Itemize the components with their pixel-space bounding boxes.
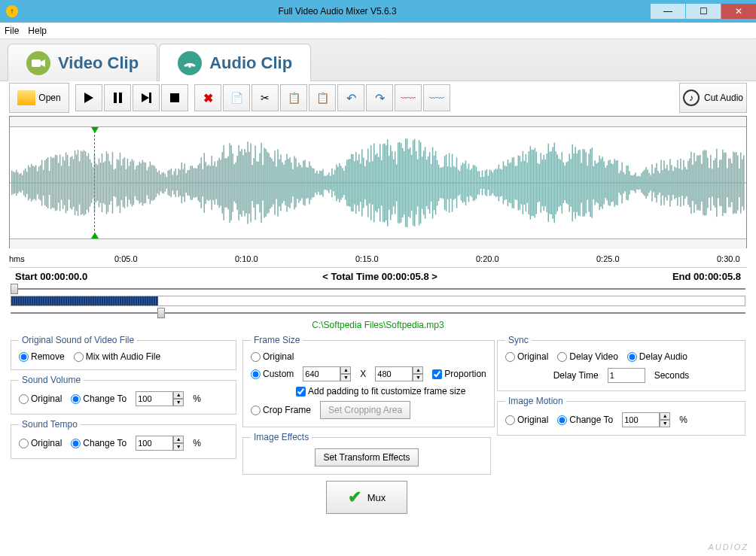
minimize-button[interactable]: — [651,4,685,19]
cut-audio-button[interactable]: ♪ Cut Audio [679,83,747,113]
tempo-original-radio[interactable]: Original [19,438,62,448]
motion-original-radio[interactable]: Original [505,415,548,425]
svg-rect-465 [706,150,706,215]
svg-rect-133 [206,166,207,199]
svg-rect-264 [404,151,404,214]
delay-audio-radio[interactable]: Delay Audio [627,351,687,362]
menu-help[interactable]: Help [28,26,47,36]
svg-rect-195 [300,165,300,201]
svg-rect-166 [256,161,257,204]
spin-down[interactable]: ▼ [660,420,670,427]
svg-rect-37 [62,156,63,208]
tab-audio-clip[interactable]: Audio Clip [159,44,311,81]
svg-rect-285 [435,151,436,215]
play-button[interactable] [75,84,102,111]
svg-rect-380 [578,150,578,215]
sync-original-radio[interactable]: Original [505,351,548,362]
pause-button[interactable] [104,84,131,111]
svg-rect-260 [398,142,398,223]
svg-rect-246 [376,153,377,213]
svg-rect-98 [154,166,155,199]
svg-rect-441 [669,159,670,206]
spin-up[interactable]: ▲ [340,366,351,374]
end-time-label: End 00:00:05.8 [672,271,741,282]
svg-rect-107 [168,171,169,196]
redo-button[interactable]: ↷ [366,84,393,111]
zoom-out-button[interactable]: 〰〰 [423,84,450,111]
waveform-canvas[interactable] [10,127,746,239]
delete-button[interactable]: ✖ [194,84,221,111]
svg-rect-164 [253,158,254,208]
svg-rect-352 [536,151,537,214]
remove-sound-radio[interactable]: Remove [19,351,65,362]
end-slider[interactable] [11,309,745,317]
volume-original-radio[interactable]: Original [19,393,62,404]
mix-sound-radio[interactable]: Mix with Audio File [74,351,160,362]
svg-rect-439 [666,165,667,201]
svg-rect-87 [138,165,139,200]
volume-suffix: % [193,393,201,404]
playhead[interactable] [94,127,95,239]
close-button[interactable]: ✕ [721,4,756,19]
svg-rect-40 [67,155,68,211]
frame-original-radio[interactable]: Original [251,351,294,362]
frame-height-input[interactable] [375,366,413,381]
set-cropping-button[interactable]: Set Cropping Area [320,401,410,419]
volume-change-radio[interactable]: Change To [71,393,127,404]
maximize-button[interactable]: ☐ [686,4,721,19]
svg-rect-323 [492,172,493,193]
copy-button[interactable]: 📄 [223,84,250,111]
svg-rect-351 [535,148,535,218]
spin-up[interactable]: ▲ [660,412,670,420]
waveform-panel[interactable] [9,116,747,248]
svg-rect-97 [153,165,154,200]
cut-button[interactable]: ✂ [251,84,279,111]
undo-button[interactable]: ↶ [337,84,364,111]
svg-rect-454 [689,159,690,208]
tempo-change-radio[interactable]: Change To [71,438,127,448]
svg-rect-438 [665,169,666,198]
svg-rect-223 [342,168,343,197]
delay-time-input[interactable] [608,368,645,383]
spin-up[interactable]: ▲ [173,391,184,399]
zoom-in-button[interactable]: 〰〰 [395,84,422,111]
image-motion-legend: Image Motion [505,396,566,406]
svg-rect-56 [91,163,92,203]
spin-down[interactable]: ▼ [173,399,184,406]
mux-button[interactable]: ✔ Mux [326,481,408,514]
volume-value-input[interactable] [136,391,173,406]
stop-button[interactable] [161,84,188,111]
svg-rect-29 [50,156,51,209]
svg-rect-274 [419,140,419,225]
menu-file[interactable]: File [5,26,19,36]
frame-width-input[interactable] [303,366,340,381]
motion-change-radio[interactable]: Change To [557,415,613,425]
padding-checkbox[interactable]: Add padding to fit customize frame size [296,386,465,396]
svg-rect-140 [217,160,218,205]
delay-video-radio[interactable]: Delay Video [557,351,618,362]
svg-rect-314 [479,171,480,194]
svg-rect-200 [307,168,308,199]
frame-custom-radio[interactable]: Custom [251,369,294,379]
paste-mix-button[interactable]: 📋 [309,84,336,111]
spin-down[interactable]: ▼ [340,374,351,381]
start-slider[interactable] [11,285,745,293]
tab-video-clip[interactable]: Video Clip [8,44,157,81]
open-button[interactable]: Open [9,83,69,113]
svg-rect-374 [569,153,569,211]
spin-down[interactable]: ▼ [173,443,184,451]
spin-up[interactable]: ▲ [173,436,184,443]
svg-rect-238 [364,166,365,199]
svg-rect-236 [361,149,362,216]
svg-rect-398 [605,168,605,198]
watermark: AUDIOZ [708,542,748,551]
paste-button[interactable]: 📋 [280,84,307,111]
set-transform-button[interactable]: Set Transform Effects [315,448,418,466]
proportion-checkbox[interactable]: Proportion [432,369,486,379]
crop-frame-radio[interactable]: Crop Frame [251,405,311,415]
spin-up[interactable]: ▲ [413,366,423,374]
spin-down[interactable]: ▼ [413,374,423,381]
step-button[interactable] [133,84,160,111]
tempo-value-input[interactable] [136,436,173,451]
motion-value-input[interactable] [622,412,660,427]
